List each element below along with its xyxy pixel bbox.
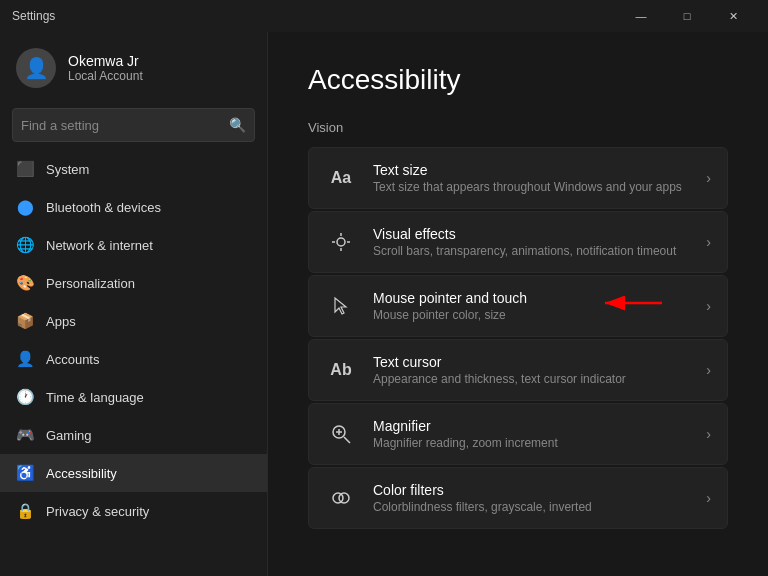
titlebar-title: Settings — [12, 9, 55, 23]
personalization-icon: 🎨 — [16, 274, 34, 292]
user-name: Okemwa Jr — [68, 53, 143, 69]
settings-item-desc: Text size that appears throughout Window… — [373, 180, 690, 194]
settings-item-text-size[interactable]: Aa Text size Text size that appears thro… — [308, 147, 728, 209]
settings-item-text: Magnifier Magnifier reading, zoom increm… — [373, 418, 690, 450]
mouse-pointer-icon — [325, 290, 357, 322]
titlebar-controls: — □ ✕ — [618, 0, 756, 32]
bluetooth-icon: ⬤ — [16, 198, 34, 216]
app-body: 👤 Okemwa Jr Local Account 🔍 ⬛ System ⬤ B… — [0, 32, 768, 576]
sidebar-item-accessibility[interactable]: ♿ Accessibility — [0, 454, 267, 492]
sidebar-item-label: Network & internet — [46, 238, 153, 253]
user-account: Local Account — [68, 69, 143, 83]
time-icon: 🕐 — [16, 388, 34, 406]
settings-item-desc: Appearance and thickness, text cursor in… — [373, 372, 690, 386]
chevron-icon: › — [706, 170, 711, 186]
settings-item-title: Text size — [373, 162, 690, 178]
sidebar-item-gaming[interactable]: 🎮 Gaming — [0, 416, 267, 454]
sidebar-item-privacy[interactable]: 🔒 Privacy & security — [0, 492, 267, 530]
text-size-icon: Aa — [325, 162, 357, 194]
system-icon: ⬛ — [16, 160, 34, 178]
sidebar-item-system[interactable]: ⬛ System — [0, 150, 267, 188]
visual-effects-icon — [325, 226, 357, 258]
sidebar-item-personalization[interactable]: 🎨 Personalization — [0, 264, 267, 302]
accessibility-icon: ♿ — [16, 464, 34, 482]
maximize-button[interactable]: □ — [664, 0, 710, 32]
settings-list: Aa Text size Text size that appears thro… — [308, 147, 728, 529]
svg-point-12 — [339, 493, 349, 503]
settings-item-text: Text size Text size that appears through… — [373, 162, 690, 194]
chevron-icon: › — [706, 426, 711, 442]
settings-item-text-cursor[interactable]: Ab Text cursor Appearance and thickness,… — [308, 339, 728, 401]
accounts-icon: 👤 — [16, 350, 34, 368]
sidebar-item-label: Bluetooth & devices — [46, 200, 161, 215]
sidebar-item-time[interactable]: 🕐 Time & language — [0, 378, 267, 416]
avatar: 👤 — [16, 48, 56, 88]
sidebar-item-label: Personalization — [46, 276, 135, 291]
section-label: Vision — [308, 120, 728, 135]
svg-point-0 — [337, 238, 345, 246]
sidebar-item-label: Accounts — [46, 352, 99, 367]
chevron-icon: › — [706, 298, 711, 314]
user-section[interactable]: 👤 Okemwa Jr Local Account — [0, 32, 267, 104]
search-icon[interactable]: 🔍 — [229, 117, 246, 133]
sidebar-item-bluetooth[interactable]: ⬤ Bluetooth & devices — [0, 188, 267, 226]
sidebar-item-apps[interactable]: 📦 Apps — [0, 302, 267, 340]
sidebar-item-accounts[interactable]: 👤 Accounts — [0, 340, 267, 378]
settings-item-text: Visual effects Scroll bars, transparency… — [373, 226, 690, 258]
magnifier-icon — [325, 418, 357, 450]
settings-item-title: Text cursor — [373, 354, 690, 370]
close-button[interactable]: ✕ — [710, 0, 756, 32]
settings-item-title: Visual effects — [373, 226, 690, 242]
settings-item-color-filters[interactable]: Color filters Colorblindness filters, gr… — [308, 467, 728, 529]
svg-line-8 — [344, 437, 350, 443]
gaming-icon: 🎮 — [16, 426, 34, 444]
settings-item-visual-effects[interactable]: Visual effects Scroll bars, transparency… — [308, 211, 728, 273]
main-content: Accessibility Vision Aa Text size Text s… — [268, 32, 768, 576]
settings-item-text: Color filters Colorblindness filters, gr… — [373, 482, 690, 514]
settings-item-title: Magnifier — [373, 418, 690, 434]
color-filters-icon — [325, 482, 357, 514]
settings-item-magnifier[interactable]: Magnifier Magnifier reading, zoom increm… — [308, 403, 728, 465]
sidebar-item-label: Accessibility — [46, 466, 117, 481]
sidebar-item-network[interactable]: 🌐 Network & internet — [0, 226, 267, 264]
user-info: Okemwa Jr Local Account — [68, 53, 143, 83]
nav-list: ⬛ System ⬤ Bluetooth & devices 🌐 Network… — [0, 150, 267, 538]
settings-item-text: Mouse pointer and touch Mouse pointer co… — [373, 290, 682, 322]
settings-item-desc: Colorblindness filters, grayscale, inver… — [373, 500, 690, 514]
settings-item-desc: Mouse pointer color, size — [373, 308, 682, 322]
privacy-icon: 🔒 — [16, 502, 34, 520]
apps-icon: 📦 — [16, 312, 34, 330]
chevron-icon: › — [706, 234, 711, 250]
search-box[interactable]: 🔍 — [12, 108, 255, 142]
sidebar: 👤 Okemwa Jr Local Account 🔍 ⬛ System ⬤ B… — [0, 32, 268, 576]
settings-item-desc: Magnifier reading, zoom increment — [373, 436, 690, 450]
settings-item-title: Color filters — [373, 482, 690, 498]
titlebar: Settings — □ ✕ — [0, 0, 768, 32]
sidebar-item-label: System — [46, 162, 89, 177]
settings-item-title: Mouse pointer and touch — [373, 290, 682, 306]
minimize-button[interactable]: — — [618, 0, 664, 32]
sidebar-item-label: Gaming — [46, 428, 92, 443]
sidebar-item-label: Privacy & security — [46, 504, 149, 519]
network-icon: 🌐 — [16, 236, 34, 254]
search-input[interactable] — [21, 118, 229, 133]
text-cursor-icon: Ab — [325, 354, 357, 386]
page-title: Accessibility — [308, 64, 728, 96]
settings-item-text: Text cursor Appearance and thickness, te… — [373, 354, 690, 386]
settings-item-mouse-pointer[interactable]: Mouse pointer and touch Mouse pointer co… — [308, 275, 728, 337]
settings-item-desc: Scroll bars, transparency, animations, n… — [373, 244, 690, 258]
chevron-icon: › — [706, 362, 711, 378]
chevron-icon: › — [706, 490, 711, 506]
sidebar-item-label: Apps — [46, 314, 76, 329]
sidebar-item-label: Time & language — [46, 390, 144, 405]
